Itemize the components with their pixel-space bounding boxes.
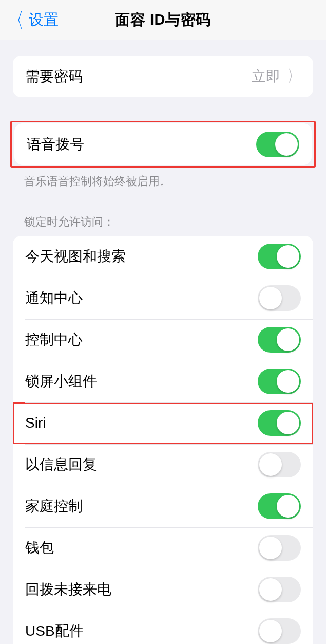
row-voice-dial: 语音拨号 — [14, 123, 312, 165]
row-lock-widgets: 锁屏小组件 — [13, 361, 313, 402]
row-reply-with-message: 以信息回复 — [13, 444, 313, 486]
back-button[interactable]: 〈 设置 — [0, 10, 59, 30]
page-title: 面容 ID与密码 — [115, 10, 210, 30]
highlight-voice-dial: 语音拨号 — [10, 121, 316, 168]
row-wallet: 钱包 — [13, 527, 313, 569]
row-usb-accessories: USB配件 — [13, 611, 313, 644]
require-passcode-label: 需要密码 — [25, 67, 83, 86]
voice-dial-toggle[interactable] — [256, 132, 299, 157]
siri-label: Siri — [25, 415, 46, 431]
row-home-control: 家庭控制 — [13, 486, 313, 527]
lock-widgets-label: 锁屏小组件 — [25, 372, 97, 391]
group-lock-access: 今天视图和搜索 通知中心 控制中心 锁屏小组件 Siri 以信息回复 家庭控制 — [13, 236, 313, 644]
voice-dial-footer: 音乐语音控制将始终被启用。 — [13, 168, 313, 190]
notification-center-label: 通知中心 — [25, 288, 83, 308]
group-voice-dial: 语音拨号 — [14, 123, 312, 165]
row-notification-center: 通知中心 — [13, 278, 313, 319]
siri-toggle[interactable] — [258, 410, 301, 436]
control-center-label: 控制中心 — [25, 330, 83, 349]
today-view-toggle[interactable] — [258, 244, 301, 269]
today-view-label: 今天视图和搜索 — [25, 247, 126, 266]
row-today-view: 今天视图和搜索 — [13, 236, 313, 278]
return-missed-calls-toggle[interactable] — [258, 577, 301, 602]
home-control-toggle[interactable] — [258, 493, 301, 519]
reply-with-message-toggle[interactable] — [258, 452, 301, 477]
back-label: 设置 — [29, 10, 59, 30]
voice-dial-label: 语音拨号 — [27, 135, 84, 154]
nav-bar: 〈 设置 面容 ID与密码 — [0, 0, 326, 40]
chevron-right-icon: 〉 — [288, 66, 298, 87]
row-return-missed-calls: 回拨未接来电 — [13, 569, 313, 611]
return-missed-calls-label: 回拨未接来电 — [25, 580, 111, 599]
wallet-toggle[interactable] — [258, 535, 301, 561]
row-control-center: 控制中心 — [13, 319, 313, 361]
row-siri: Siri — [13, 402, 313, 444]
wallet-label: 钱包 — [25, 538, 54, 558]
require-passcode-value: 立即 — [252, 67, 280, 86]
usb-accessories-label: USB配件 — [25, 621, 84, 641]
row-detail: 立即 〉 — [252, 66, 301, 87]
usb-accessories-toggle[interactable] — [258, 618, 301, 644]
control-center-toggle[interactable] — [258, 327, 301, 353]
chevron-left-icon: 〈 — [9, 10, 24, 30]
group-require-passcode: 需要密码 立即 〉 — [13, 56, 313, 97]
notification-center-toggle[interactable] — [258, 285, 301, 311]
home-control-label: 家庭控制 — [25, 496, 83, 516]
lock-access-header: 锁定时允许访问： — [13, 190, 313, 236]
row-require-passcode[interactable]: 需要密码 立即 〉 — [13, 56, 313, 97]
reply-with-message-label: 以信息回复 — [25, 455, 97, 474]
lock-widgets-toggle[interactable] — [258, 369, 301, 394]
